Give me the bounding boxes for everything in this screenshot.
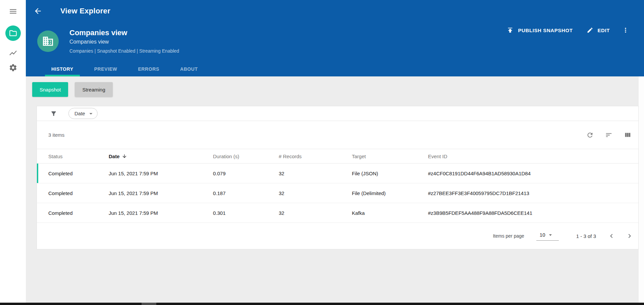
cell-target: File (Delimited) bbox=[352, 190, 428, 196]
cell-duration: 0.187 bbox=[213, 190, 279, 196]
sort-button[interactable] bbox=[605, 131, 612, 139]
filter-funnel-icon bbox=[50, 110, 57, 117]
view-meta: Companies | Snapshot Enabled | Streaming… bbox=[69, 48, 179, 54]
list-toolbar: 3 items bbox=[37, 121, 638, 149]
publish-snapshot-button[interactable]: PUBLISH SNAPSHOT bbox=[506, 26, 573, 34]
view-avatar bbox=[37, 30, 59, 52]
buildings-icon bbox=[42, 35, 54, 47]
table-row[interactable]: Completed Jun 15, 2021 7:59 PM 0.187 32 … bbox=[37, 183, 638, 203]
back-arrow-icon bbox=[34, 7, 42, 15]
pagination: Items per page 10 1 - 3 of 3 bbox=[37, 223, 638, 249]
cell-event-id: #z3B9B5FDEF5AA488F9A88FDA5D6CEE141 bbox=[428, 210, 638, 216]
tab-preview[interactable]: PREVIEW bbox=[88, 62, 124, 76]
hamburger-icon bbox=[9, 7, 17, 16]
page-title: View Explorer bbox=[60, 7, 110, 15]
tab-history[interactable]: HISTORY bbox=[45, 62, 80, 76]
vertical-scrollbar-track[interactable] bbox=[639, 76, 644, 303]
app-header: View Explorer Companies view Companies v… bbox=[26, 0, 644, 76]
tab-errors[interactable]: ERRORS bbox=[131, 62, 166, 76]
column-target[interactable]: Target bbox=[352, 154, 428, 159]
cell-status: Completed bbox=[48, 171, 109, 176]
column-records[interactable]: # Records bbox=[279, 154, 352, 159]
topbar: View Explorer bbox=[26, 0, 644, 22]
cell-target: File (JSON) bbox=[352, 171, 428, 176]
line-chart-icon bbox=[9, 49, 17, 57]
main-area: View Explorer Companies view Companies v… bbox=[26, 0, 644, 303]
tab-about[interactable]: ABOUT bbox=[174, 62, 204, 76]
sort-lines-icon bbox=[605, 131, 612, 139]
list-tools bbox=[575, 131, 631, 139]
refresh-button[interactable] bbox=[586, 131, 594, 139]
column-event-id[interactable]: Event ID bbox=[428, 154, 638, 159]
chevron-left-icon bbox=[607, 232, 615, 240]
table-header: Status Date Duration (s) # Records Targe… bbox=[37, 149, 638, 164]
cell-records: 32 bbox=[279, 171, 352, 176]
columns-icon bbox=[624, 131, 631, 139]
view-subtitle: Companies view bbox=[69, 39, 179, 45]
caret-down-icon bbox=[547, 232, 554, 238]
column-date[interactable]: Date bbox=[109, 154, 213, 159]
tab-bar: HISTORY PREVIEW ERRORS ABOUT bbox=[45, 62, 212, 76]
chevron-right-icon bbox=[626, 232, 634, 240]
view-title: Companies view bbox=[69, 28, 179, 37]
pencil-icon bbox=[587, 27, 593, 34]
date-filter-label: Date bbox=[74, 111, 85, 116]
cell-duration: 0.301 bbox=[213, 210, 279, 216]
view-titles: Companies view Companies view Companies … bbox=[69, 28, 179, 54]
folder-icon bbox=[9, 29, 17, 38]
sidebar-item-settings[interactable] bbox=[9, 63, 17, 72]
page-size-value: 10 bbox=[540, 232, 545, 238]
prev-page-button[interactable] bbox=[607, 232, 615, 240]
vertical-dots-icon bbox=[622, 26, 629, 34]
sidebar-item-metrics[interactable] bbox=[9, 49, 17, 57]
menu-button[interactable] bbox=[9, 7, 17, 16]
cell-date: Jun 15, 2021 7:59 PM bbox=[109, 190, 213, 196]
horizontal-scrollbar-thumb[interactable] bbox=[142, 303, 156, 305]
mode-toggle: Snapshot Streaming bbox=[32, 82, 639, 97]
edit-label: EDIT bbox=[597, 27, 610, 33]
snapshot-toggle-button[interactable]: Snapshot bbox=[32, 82, 68, 97]
table-row[interactable]: Completed Jun 15, 2021 7:59 PM 0.079 32 … bbox=[37, 164, 638, 183]
streaming-toggle-button[interactable]: Streaming bbox=[75, 82, 112, 97]
overflow-menu-button[interactable] bbox=[622, 26, 629, 34]
column-status[interactable]: Status bbox=[48, 154, 109, 159]
table-row[interactable]: Completed Jun 15, 2021 7:59 PM 0.301 32 … bbox=[37, 203, 638, 223]
date-filter-chip[interactable]: Date bbox=[68, 108, 98, 119]
cell-date: Jun 15, 2021 7:59 PM bbox=[109, 210, 213, 216]
columns-button[interactable] bbox=[624, 131, 631, 139]
history-card: Date 3 items bbox=[37, 106, 639, 249]
items-count: 3 items bbox=[48, 132, 64, 138]
upload-icon bbox=[506, 26, 514, 34]
cell-event-id: #z27BEE3FF3E3F40059795DC7D1BF21413 bbox=[428, 190, 638, 196]
header-actions: PUBLISH SNAPSHOT EDIT bbox=[506, 26, 629, 34]
page-range: 1 - 3 of 3 bbox=[576, 233, 596, 239]
publish-snapshot-label: PUBLISH SNAPSHOT bbox=[518, 27, 573, 33]
horizontal-scrollbar-track[interactable] bbox=[0, 303, 644, 305]
chevron-down-icon bbox=[87, 110, 95, 117]
content: Snapshot Streaming Date 3 items bbox=[26, 76, 644, 249]
refresh-icon bbox=[586, 131, 594, 139]
back-button[interactable] bbox=[34, 7, 42, 15]
filter-bar: Date bbox=[37, 106, 638, 121]
cell-target: Kafka bbox=[352, 210, 428, 216]
cell-status: Completed bbox=[48, 210, 109, 216]
cell-date: Jun 15, 2021 7:59 PM bbox=[109, 171, 213, 176]
column-duration[interactable]: Duration (s) bbox=[213, 154, 279, 159]
page-size-select[interactable]: 10 bbox=[536, 232, 559, 241]
sidebar-item-views[interactable] bbox=[5, 25, 21, 41]
cell-records: 32 bbox=[279, 210, 352, 216]
items-per-page-label: Items per page bbox=[493, 233, 524, 239]
cell-duration: 0.079 bbox=[213, 171, 279, 176]
next-page-button[interactable] bbox=[626, 232, 634, 240]
edit-button[interactable]: EDIT bbox=[587, 27, 610, 34]
column-date-label: Date bbox=[109, 154, 120, 159]
cell-status: Completed bbox=[48, 190, 109, 196]
cell-event-id: #z4CF0C8191DD44F6A94B1AD58930A1D84 bbox=[428, 171, 638, 176]
cell-records: 32 bbox=[279, 190, 352, 196]
gear-icon bbox=[9, 63, 17, 72]
sidebar bbox=[0, 0, 26, 303]
sort-arrow-down-icon bbox=[122, 154, 127, 159]
